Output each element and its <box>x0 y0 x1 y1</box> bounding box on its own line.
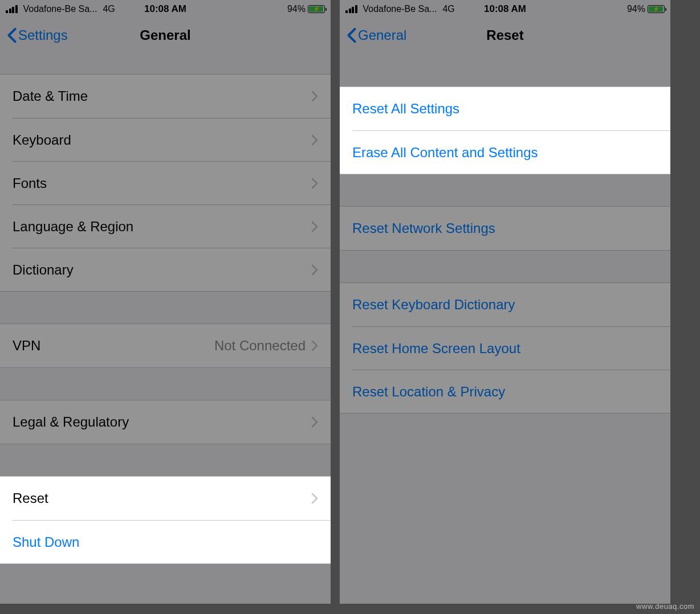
row-label: Date & Time <box>13 88 88 104</box>
row-label: Shut Down <box>13 534 79 550</box>
clock-text: 10:08 AM <box>144 3 186 15</box>
back-label: Settings <box>18 27 68 43</box>
row-dictionary[interactable]: Dictionary <box>13 248 331 291</box>
battery-pct: 94% <box>287 4 306 14</box>
status-bar: Vodafone-Be Sa... 4G 10:08 AM 94% ⚡ <box>0 0 331 18</box>
list-group-4: Reset Shut Down <box>0 476 331 564</box>
row-label: Reset Keyboard Dictionary <box>352 297 515 313</box>
carrier-text: Vodafone-Be Sa... <box>23 4 97 14</box>
row-reset-location-privacy[interactable]: Reset Location & Privacy <box>352 370 670 413</box>
list-group-r2: Reset Network Settings <box>340 206 670 251</box>
row-legal[interactable]: Legal & Regulatory <box>0 400 331 444</box>
network-type: 4G <box>103 4 115 14</box>
nav-title: Reset <box>486 27 523 43</box>
status-bar: Vodafone-Be Sa... 4G 10:08 AM 94% ⚡ <box>340 0 670 18</box>
battery-icon: ⚡ <box>648 5 665 13</box>
nav-bar: Settings General <box>0 18 331 52</box>
row-reset-home-layout[interactable]: Reset Home Screen Layout <box>352 326 670 370</box>
row-label: Reset Home Screen Layout <box>352 341 520 357</box>
row-label: Keyboard <box>13 132 71 148</box>
nav-bar: General Reset <box>340 18 670 52</box>
row-label: Erase All Content and Settings <box>352 145 538 161</box>
back-label: General <box>358 27 406 43</box>
signal-icon <box>345 5 357 13</box>
list-group-r1: Reset All Settings Erase All Content and… <box>340 87 670 174</box>
battery-icon: ⚡ <box>308 5 325 13</box>
chevron-right-icon <box>311 264 318 276</box>
chevron-right-icon <box>311 134 318 146</box>
row-vpn[interactable]: VPN Not Connected <box>0 324 331 367</box>
chevron-right-icon <box>311 91 318 102</box>
row-label: Reset All Settings <box>352 101 459 117</box>
row-label: Reset <box>13 490 48 506</box>
watermark: www.deuaq.com <box>636 602 694 611</box>
chevron-right-icon <box>311 178 318 189</box>
row-label: Reset Location & Privacy <box>352 384 505 400</box>
row-label: Fonts <box>13 175 47 191</box>
row-label: Language & Region <box>13 219 133 235</box>
row-fonts[interactable]: Fonts <box>13 161 331 204</box>
chevron-right-icon <box>311 221 318 232</box>
carrier-text: Vodafone-Be Sa... <box>363 4 437 14</box>
row-label: Dictionary <box>13 262 74 278</box>
list-group-1: Date & Time Keyboard Fonts Language & Re… <box>0 74 331 292</box>
row-erase-all-content[interactable]: Erase All Content and Settings <box>352 130 670 174</box>
chevron-left-icon <box>7 27 17 43</box>
row-label: Legal & Regulatory <box>13 414 129 430</box>
back-button[interactable]: General <box>347 27 406 43</box>
row-reset[interactable]: Reset <box>0 477 331 520</box>
row-reset-network[interactable]: Reset Network Settings <box>340 207 670 250</box>
phone-left: Vodafone-Be Sa... 4G 10:08 AM 94% ⚡ Sett… <box>0 0 331 604</box>
chevron-left-icon <box>347 27 357 43</box>
chevron-right-icon <box>311 416 318 428</box>
row-reset-keyboard-dict[interactable]: Reset Keyboard Dictionary <box>340 283 670 326</box>
list-group-3: Legal & Regulatory <box>0 400 331 444</box>
row-date-time[interactable]: Date & Time <box>0 75 331 118</box>
clock-text: 10:08 AM <box>484 3 526 15</box>
row-shutdown[interactable]: Shut Down <box>13 520 331 563</box>
chevron-right-icon <box>311 340 318 351</box>
back-button[interactable]: Settings <box>7 27 68 43</box>
phone-right: Vodafone-Be Sa... 4G 10:08 AM 94% ⚡ Gene… <box>340 0 670 604</box>
list-group-2: VPN Not Connected <box>0 324 331 368</box>
row-label: VPN <box>13 338 40 354</box>
nav-title: General <box>140 27 190 43</box>
row-label: Reset Network Settings <box>352 220 495 236</box>
chevron-right-icon <box>311 493 318 504</box>
row-keyboard[interactable]: Keyboard <box>13 118 331 161</box>
list-group-r3: Reset Keyboard Dictionary Reset Home Scr… <box>340 283 670 414</box>
network-type: 4G <box>442 4 454 14</box>
row-language-region[interactable]: Language & Region <box>13 204 331 248</box>
row-detail: Not Connected <box>214 338 306 354</box>
row-reset-all-settings[interactable]: Reset All Settings <box>340 87 670 130</box>
battery-pct: 94% <box>627 4 645 14</box>
signal-icon <box>6 5 18 13</box>
